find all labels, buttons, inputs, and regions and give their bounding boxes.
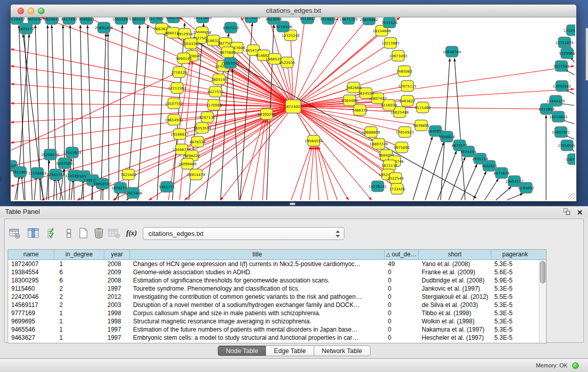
graph-node[interactable]: 9975692 (394, 142, 409, 153)
table-cell-in_degree[interactable]: 6 (54, 268, 104, 276)
graph-node[interactable]: 10107552 (165, 98, 183, 109)
graph-node[interactable]: 8215955 (538, 104, 554, 115)
table-row[interactable]: 1938455462009Genome-wide association stu… (8, 268, 546, 276)
table-cell-name[interactable]: 14569117 (8, 301, 54, 309)
table-cell-out_degree[interactable]: 0 (385, 268, 419, 276)
graph-node[interactable]: 21053346 (221, 58, 239, 69)
table-cell-title[interactable]: Genome-wide association studies in ADHD. (130, 268, 385, 276)
table-cell-year[interactable]: 1997 (104, 285, 130, 293)
graph-edge[interactable] (413, 137, 432, 200)
table-cell-short[interactable]: Franke et al. (2009) (419, 268, 491, 276)
graph-node[interactable]: 16648784 (443, 47, 461, 57)
table-row[interactable]: 1830029562008Estimation of significance … (8, 276, 546, 285)
table-cell-short[interactable]: Yano et al. (2008) (419, 260, 491, 268)
table-options-button[interactable] (8, 226, 22, 240)
graph-node[interactable]: 20876862 (360, 17, 378, 25)
graph-edge[interactable] (240, 120, 264, 200)
table-row[interactable]: 946362711997Embryonic stem cells: a mode… (8, 334, 546, 342)
graph-edge[interactable] (473, 171, 486, 200)
vertical-scrollbar[interactable] (539, 260, 546, 343)
table-cell-title[interactable]: Estimation of the future numbers of pati… (130, 325, 385, 334)
graph-node[interactable]: 10719155 (242, 17, 260, 23)
graph-node[interactable]: 9455771 (159, 182, 175, 192)
table-cell-short[interactable]: Tibbo et al. (1998) (419, 309, 491, 317)
column-header-out_degree[interactable]: △out_de… (385, 250, 419, 259)
table-cell-title[interactable]: Embryonic stem cells: a model to study s… (130, 334, 385, 342)
network-canvas[interactable]: 1872400776638228860128891295422226058982… (11, 17, 575, 201)
graph-node[interactable]: 2718126 (171, 67, 187, 78)
tab-node-table[interactable]: Node Table (217, 345, 266, 356)
table-cell-year[interactable]: 1998 (104, 309, 130, 317)
table-cell-title[interactable]: Structural magnetic resonance image aver… (130, 317, 385, 325)
graph-node[interactable]: 2522544 (387, 173, 404, 184)
table-cell-in_degree[interactable]: 1 (54, 334, 104, 342)
graph-node[interactable]: 8471676 (493, 168, 510, 179)
graph-node[interactable]: 7515526 (381, 17, 398, 28)
graph-node[interactable]: 9227341 (553, 61, 569, 72)
table-cell-year[interactable]: 2003 (104, 301, 130, 309)
graph-node[interactable]: 1170066 (206, 100, 222, 111)
tab-network-table[interactable]: Network Table (314, 345, 371, 356)
table-cell-pagerank[interactable]: 5.3E-5 (491, 285, 539, 293)
table-cell-in_degree[interactable]: 2 (54, 293, 104, 301)
graph-node[interactable]: 1527602 (148, 17, 164, 24)
zoom-window-button[interactable] (38, 8, 45, 14)
table-cell-pagerank[interactable]: 5.5E-5 (491, 293, 539, 301)
graph-node[interactable]: 7486372 (352, 105, 367, 116)
graph-edge[interactable] (11, 74, 175, 150)
table-row[interactable]: 946554611997Estimation of the future num… (8, 325, 546, 334)
graph-edge[interactable] (485, 179, 498, 200)
table-cell-out_degree[interactable]: 0 (385, 317, 419, 325)
graph-node[interactable]: 17016504 (558, 140, 575, 151)
table-cell-name[interactable]: 9699695 (8, 317, 54, 325)
close-window-button[interactable] (17, 8, 24, 14)
table-row[interactable]: 911546021997Tourette syndrome. Phenomeno… (8, 285, 546, 293)
column-header-year[interactable]: year (104, 250, 130, 259)
graph-node[interactable]: 17654923 (396, 127, 414, 138)
graph-node[interactable]: 12975115 (398, 81, 417, 92)
table-cell-name[interactable]: 22420046 (8, 293, 54, 301)
graph-node[interactable]: 12093582 (553, 81, 571, 92)
graph-edge[interactable] (293, 89, 574, 106)
graph-node[interactable]: 3915901 (12, 167, 28, 178)
graph-node[interactable]: 19584554 (304, 136, 323, 146)
table-cell-short[interactable]: Wolkin et al. (1998) (419, 317, 491, 325)
graph-node[interactable]: 10655287 (129, 17, 148, 25)
delete-selected-rows-button[interactable] (92, 226, 106, 240)
graph-node[interactable]: 9046611 (78, 17, 94, 25)
graph-node[interactable]: 12942757 (47, 169, 65, 180)
table-cell-title[interactable]: Tourette syndrome. Phenomenology and cla… (130, 285, 385, 293)
show-columns-button[interactable] (26, 226, 40, 240)
table-cell-short[interactable]: Hescheler et al. (1997) (419, 334, 491, 342)
table-row[interactable]: 1456911722003Disruption of a novel membe… (8, 301, 546, 309)
table-cell-year[interactable]: 2008 (104, 260, 130, 268)
graph-node[interactable]: 7462664 (345, 82, 362, 93)
table-cell-name[interactable]: 18724007 (8, 260, 54, 268)
graph-edge[interactable] (11, 84, 293, 106)
graph-edge[interactable] (34, 177, 36, 200)
graph-node[interactable]: 7625402 (120, 169, 136, 180)
graph-edge[interactable] (454, 58, 465, 200)
deselect-all-rows-button[interactable] (62, 226, 76, 240)
graph-node[interactable]: 1167533 (565, 154, 575, 165)
graph-node[interactable]: 16914479 (187, 169, 205, 180)
graph-node[interactable]: 8267130 (199, 112, 215, 123)
graph-node[interactable]: 8920041 (43, 17, 59, 25)
function-builder-button[interactable]: f(x) (124, 226, 139, 240)
table-cell-short[interactable]: Stergiakouli et al. (2012) (419, 293, 491, 301)
graph-edge[interactable] (496, 187, 511, 200)
table-cell-name[interactable]: 9463627 (8, 334, 54, 342)
graph-node[interactable]: 8878334 (189, 137, 206, 147)
graph-node[interactable]: 9875685 (220, 47, 235, 58)
table-cell-short[interactable]: de Silva et al. (2003) (419, 301, 491, 309)
graph-edge[interactable] (318, 146, 337, 200)
table-cell-out_degree[interactable]: 49 (385, 260, 419, 268)
graph-node[interactable]: 8912954 (177, 29, 193, 39)
graph-node[interactable]: 9839895 (413, 120, 429, 131)
graph-edge[interactable] (11, 106, 293, 122)
graph-edge[interactable] (101, 33, 106, 200)
table-cell-name[interactable]: 18300295 (8, 276, 54, 285)
panel-collapse-arrow[interactable] (0, 177, 2, 182)
delete-table-button[interactable] (107, 226, 121, 240)
table-cell-out_degree[interactable]: 0 (385, 325, 419, 334)
